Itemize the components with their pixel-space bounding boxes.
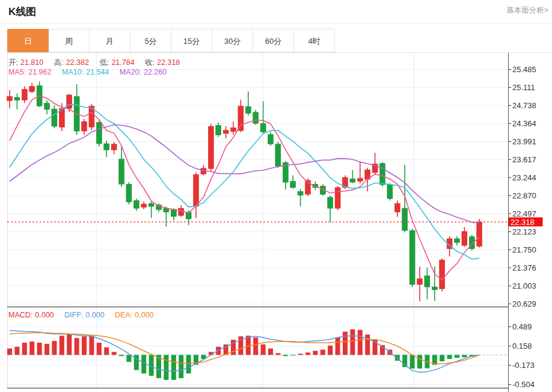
axis-labels: 25.48525.11124.73824.36423.99123.61723.2… <box>508 65 536 389</box>
macd-bar <box>350 329 355 355</box>
macd-bar <box>22 343 27 355</box>
macd-bar <box>52 341 57 355</box>
candle-body <box>179 208 184 215</box>
candle-body <box>7 96 13 100</box>
macd-bar <box>44 344 49 355</box>
price-tick-label: 22.123 <box>512 227 536 236</box>
macd-bar <box>119 355 124 356</box>
macd-bar <box>126 355 131 362</box>
macd-tick-label: -0.504 <box>512 380 535 389</box>
macd-bar <box>29 341 34 355</box>
macd-bar <box>343 332 348 355</box>
price-tick-label: 21.750 <box>512 245 536 254</box>
candle-body <box>432 287 437 290</box>
candle-body <box>231 127 236 131</box>
candle-body <box>245 106 251 113</box>
open-value: 21.810 <box>20 58 43 67</box>
dea-line <box>10 333 479 364</box>
candle-body <box>290 181 296 187</box>
price-tick-label: 23.617 <box>512 155 536 164</box>
macd-bar <box>134 355 139 370</box>
price-tick-label: 21.376 <box>512 263 536 272</box>
price-tick-label: 23.991 <box>512 137 536 146</box>
close-label: 收: <box>145 58 155 67</box>
tab-5min[interactable]: 5分 <box>130 29 171 52</box>
tab-month[interactable]: 月 <box>89 29 130 52</box>
macd-bar <box>328 346 333 355</box>
candle-body <box>44 103 50 109</box>
open-label: 开: <box>8 58 18 67</box>
candle-body <box>133 201 139 209</box>
macd-bar <box>112 352 117 355</box>
candle-body <box>387 185 393 198</box>
macd-tick-label: 0.489 <box>512 322 532 331</box>
candle-body <box>357 179 363 182</box>
tabbar-underline <box>7 52 552 53</box>
ohlc-info: 开:21.810 高:22.382 低:21.784 收:22.318 <box>8 58 182 68</box>
macd-bar <box>320 350 325 355</box>
candle-body <box>67 95 72 108</box>
macd-bar <box>305 352 310 355</box>
macd-value: 0.000 <box>35 311 54 319</box>
candle-body <box>126 184 132 202</box>
page-title: K线图 <box>8 5 36 19</box>
tab-15min[interactable]: 15分 <box>171 29 212 52</box>
macd-bar <box>171 355 176 380</box>
candle-body <box>380 164 385 185</box>
price-tick-label: 25.111 <box>512 83 535 92</box>
tab-4hour[interactable]: 4时 <box>293 29 335 52</box>
candle-body <box>223 130 228 133</box>
candle-body <box>238 106 244 130</box>
macd-bar <box>455 355 459 358</box>
tab-30min[interactable]: 30分 <box>212 29 253 52</box>
ma5-value: 21.962 <box>28 68 51 76</box>
ma5-label: MA5: <box>8 68 26 76</box>
candle-body <box>149 203 154 206</box>
candle-body <box>96 123 102 144</box>
candle-body <box>268 135 274 144</box>
candle-body <box>253 112 259 123</box>
macd-bar <box>164 355 168 380</box>
diff-label: DIFF: <box>64 311 83 319</box>
macd-bar <box>268 349 273 355</box>
macd-bar <box>290 355 295 355</box>
ma20-value: 22.260 <box>144 68 167 76</box>
candle-body <box>402 208 408 230</box>
diff-value: 0.000 <box>85 311 104 319</box>
candle-body <box>394 203 400 212</box>
candle-body <box>141 204 147 207</box>
macd-info: MACD:0.000 DIFF:0.000 DEA:0.000 <box>8 311 156 319</box>
macd-bar <box>447 355 452 359</box>
macd-bar <box>14 347 19 355</box>
candle-body <box>440 260 445 289</box>
tab-60min[interactable]: 60分 <box>253 29 294 52</box>
price-tick-label: 21.003 <box>512 281 536 290</box>
macd-bar <box>246 335 251 355</box>
macd-bar <box>313 351 317 355</box>
fundamental-analysis-link[interactable]: 基本面分析> <box>506 5 548 16</box>
macd-bar <box>186 355 191 373</box>
close-value: 22.318 <box>157 58 180 67</box>
candle-body <box>455 239 460 242</box>
candle-body <box>425 276 430 287</box>
candle-body <box>275 144 281 167</box>
macd-bar <box>298 354 303 355</box>
price-tick-label: 22.497 <box>512 209 536 218</box>
macd-bar <box>283 355 288 356</box>
macd-bar <box>75 338 79 355</box>
candle-body <box>350 179 355 182</box>
tab-week[interactable]: 周 <box>48 29 90 52</box>
macd-bar <box>104 348 109 355</box>
price-tick-label: 25.485 <box>512 65 536 74</box>
header-divider <box>0 23 552 23</box>
period-tabbar: 日 周 月 5分 15分 30分 60分 4时 <box>7 29 335 52</box>
macd-bar <box>60 335 64 355</box>
macd-bar <box>261 345 266 355</box>
price-tick-label: 24.738 <box>512 101 536 110</box>
candle-body <box>194 174 199 206</box>
macd-tick-label: -0.173 <box>512 361 535 370</box>
macd-bar <box>462 355 467 357</box>
macd-bar <box>67 334 72 355</box>
tab-day[interactable]: 日 <box>7 29 49 52</box>
macd-bar <box>253 337 258 355</box>
